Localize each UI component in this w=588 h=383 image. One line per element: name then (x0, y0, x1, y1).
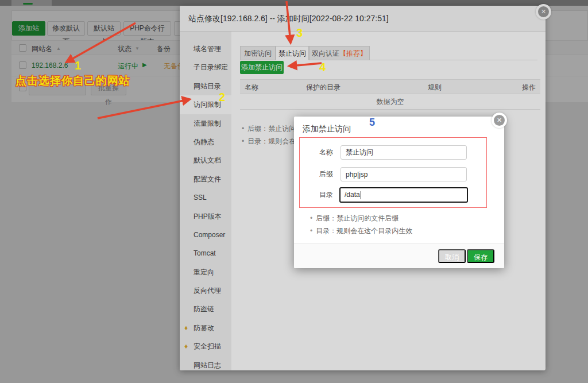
add-deny-access-dialog: 添加禁止访问 ✕ 名称 后缀 目录 /data •后缀：禁止访问的文件后缀 •目… (294, 117, 504, 268)
directory-value: /data (345, 191, 360, 199)
note-text: 目录：规则会在这个目录内生效 (316, 227, 412, 235)
name-field[interactable] (341, 145, 467, 160)
directory-field[interactable]: /data (339, 187, 468, 203)
close-icon: ✕ (494, 115, 505, 126)
bullet-icon: • (310, 214, 312, 222)
dialog-close-button[interactable]: ✕ (492, 113, 507, 128)
dialog-note-dir: •目录：规则会在这个目录内生效 (310, 226, 412, 236)
cancel-button[interactable]: 取消 (438, 249, 466, 263)
dialog-note-suffix: •后缀：禁止访问的文件后缀 (310, 214, 399, 223)
bullet-icon: • (310, 227, 312, 235)
text-cursor (361, 191, 361, 199)
dialog-title: 添加禁止访问 (303, 124, 351, 134)
field-label-name: 名称 (305, 145, 333, 160)
save-button[interactable]: 保存 (467, 249, 494, 263)
field-label-suffix: 后缀 (305, 167, 333, 181)
screen: 添加站点 修改默认页 默认站点 PHP命令行版本 网站名 ▲ 状态 ▼ 备份 1… (0, 0, 588, 383)
note-text: 后缀：禁止访问的文件后缀 (316, 214, 399, 222)
dialog-footer: 取消 保存 (294, 243, 504, 268)
suffix-field[interactable] (341, 167, 467, 181)
field-label-dir: 目录 (305, 188, 333, 202)
